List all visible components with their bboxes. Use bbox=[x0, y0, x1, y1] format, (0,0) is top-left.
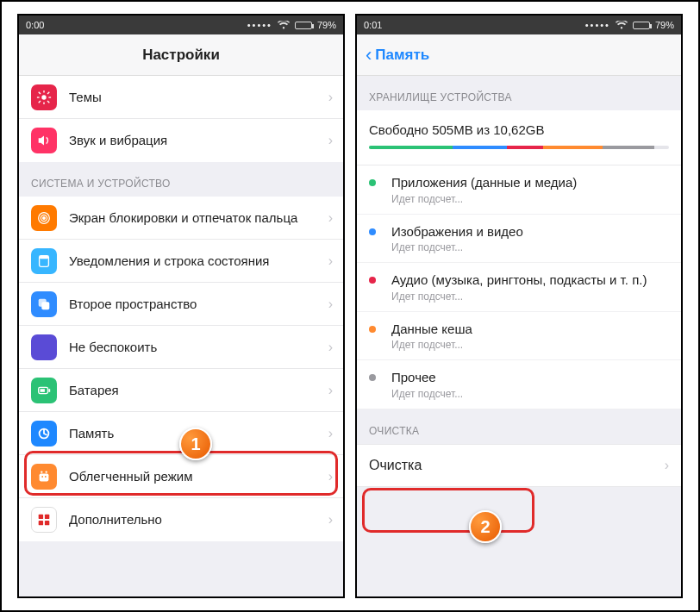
category-status: Идет подсчет... bbox=[391, 241, 669, 253]
progress-segment bbox=[453, 146, 507, 149]
row-label: Память bbox=[69, 425, 328, 442]
chevron-right-icon: › bbox=[328, 133, 333, 148]
row-battery[interactable]: Батарея › bbox=[19, 369, 343, 412]
storage-category-row[interactable]: Приложения (данные и медиа)Идет подсчет.… bbox=[357, 165, 681, 215]
chevron-right-icon: › bbox=[328, 210, 333, 226]
progress-segment bbox=[603, 146, 653, 149]
row-lockscreen[interactable]: Экран блокировки и отпечаток пальца › bbox=[19, 197, 343, 240]
row-more[interactable]: Дополнительно › bbox=[19, 498, 343, 541]
battery-icon bbox=[633, 22, 650, 29]
chevron-right-icon: › bbox=[328, 90, 333, 105]
cleanup-label: Очистка bbox=[369, 458, 665, 473]
battery-settings-icon bbox=[31, 378, 57, 403]
svg-rect-18 bbox=[41, 389, 45, 392]
chevron-right-icon: › bbox=[328, 297, 333, 312]
row-sound[interactable]: Звук и вибрация › bbox=[19, 119, 343, 162]
row-memory[interactable]: Память › bbox=[19, 412, 343, 455]
signal-dots-icon: ••••• bbox=[585, 20, 610, 30]
svg-line-7 bbox=[39, 101, 41, 103]
svg-rect-20 bbox=[40, 473, 49, 481]
chevron-right-icon: › bbox=[328, 469, 333, 484]
row-label: Дополнительно bbox=[69, 511, 328, 528]
category-name: Прочее bbox=[391, 369, 669, 386]
progress-segment bbox=[369, 146, 453, 149]
wifi-icon bbox=[278, 21, 290, 29]
battery-percent: 79% bbox=[317, 20, 336, 30]
phone-settings: 0:00 ••••• 79% Настройки Темы › bbox=[17, 14, 345, 598]
chevron-right-icon: › bbox=[665, 458, 669, 473]
row-lite-mode[interactable]: Облегченный режим › bbox=[19, 455, 343, 498]
more-settings-icon bbox=[31, 507, 57, 533]
section-system-label: СИСТЕМА И УСТРОЙСТВО bbox=[19, 162, 343, 197]
row-dnd[interactable]: Не беспокоить › bbox=[19, 326, 343, 369]
wifi-icon bbox=[616, 21, 628, 29]
category-dot-icon bbox=[369, 326, 376, 333]
svg-rect-13 bbox=[40, 255, 49, 259]
row-label: Уведомления и строка состояния bbox=[69, 249, 328, 273]
category-dot-icon bbox=[369, 277, 376, 284]
storage-category-row[interactable]: Изображения и видеоИдет подсчет... bbox=[357, 215, 681, 264]
row-cleanup[interactable]: Очистка › bbox=[357, 444, 681, 487]
category-name: Изображения и видео bbox=[391, 223, 669, 240]
row-label: Экран блокировки и отпечаток пальца bbox=[69, 206, 328, 230]
settings-group-personal: Темы › Звук и вибрация › bbox=[19, 76, 343, 162]
category-name: Данные кеша bbox=[391, 321, 669, 338]
chevron-left-icon: ‹ bbox=[366, 46, 372, 65]
notifications-icon bbox=[31, 248, 57, 274]
second-space-icon bbox=[31, 291, 57, 317]
svg-point-21 bbox=[41, 471, 42, 472]
svg-point-11 bbox=[43, 216, 46, 219]
status-time: 0:01 bbox=[364, 20, 382, 30]
svg-rect-15 bbox=[41, 302, 49, 309]
svg-rect-25 bbox=[39, 515, 43, 519]
status-time: 0:00 bbox=[26, 20, 44, 30]
chevron-right-icon: › bbox=[328, 512, 333, 528]
sound-icon bbox=[31, 128, 57, 153]
fingerprint-icon bbox=[31, 205, 57, 231]
storage-progress-bar bbox=[369, 146, 669, 149]
chevron-right-icon: › bbox=[328, 426, 333, 441]
svg-point-22 bbox=[46, 471, 47, 472]
storage-free-text: Свободно 505MB из 10,62GB bbox=[369, 122, 669, 137]
phone-memory: 0:01 ••••• 79% ‹ Память ХРАНИЛИЩЕ УСТРОЙ… bbox=[355, 14, 683, 598]
storage-categories: Приложения (данные и медиа)Идет подсчет.… bbox=[357, 165, 681, 409]
themes-icon bbox=[31, 84, 57, 110]
header: ‹ Память bbox=[357, 34, 681, 76]
storage-category-row[interactable]: Данные кешаИдет подсчет... bbox=[357, 312, 681, 361]
row-label: Облегченный режим bbox=[69, 468, 328, 485]
svg-point-24 bbox=[45, 476, 47, 478]
settings-content: Темы › Звук и вибрация › СИСТЕМА И УСТРО… bbox=[19, 76, 343, 596]
category-dot-icon bbox=[369, 228, 376, 235]
storage-category-row[interactable]: ПрочееИдет подсчет... bbox=[357, 360, 681, 409]
category-name: Аудио (музыка, рингтоны, подкасты и т. п… bbox=[391, 272, 669, 289]
signal-dots-icon: ••••• bbox=[247, 20, 272, 30]
back-label: Память bbox=[375, 47, 429, 64]
svg-point-23 bbox=[41, 476, 43, 478]
settings-group-system: Экран блокировки и отпечаток пальца › Ув… bbox=[19, 197, 343, 541]
chevron-right-icon: › bbox=[328, 340, 333, 355]
chevron-right-icon: › bbox=[328, 383, 333, 398]
svg-point-0 bbox=[41, 95, 46, 99]
svg-rect-28 bbox=[45, 521, 49, 525]
row-label: Батарея bbox=[69, 382, 328, 399]
row-label: Второе пространство bbox=[69, 296, 328, 313]
category-status: Идет подсчет... bbox=[391, 193, 669, 205]
storage-category-row[interactable]: Аудио (музыка, рингтоны, подкасты и т. п… bbox=[357, 263, 681, 312]
category-status: Идет подсчет... bbox=[391, 290, 669, 303]
dnd-icon bbox=[31, 334, 57, 360]
row-second-space[interactable]: Второе пространство › bbox=[19, 283, 343, 326]
row-themes[interactable]: Темы › bbox=[19, 76, 343, 119]
row-notifications[interactable]: Уведомления и строка состояния › bbox=[19, 240, 343, 283]
memory-icon bbox=[31, 421, 57, 447]
storage-summary: Свободно 505MB из 10,62GB bbox=[357, 110, 681, 165]
category-dot-icon bbox=[369, 179, 376, 186]
svg-line-5 bbox=[39, 91, 41, 93]
row-label: Не беспокоить bbox=[69, 339, 328, 356]
back-button[interactable]: ‹ Память bbox=[366, 34, 429, 75]
header: Настройки bbox=[19, 34, 343, 76]
svg-rect-27 bbox=[39, 521, 43, 525]
section-storage-label: ХРАНИЛИЩЕ УСТРОЙСТВА bbox=[357, 76, 681, 110]
svg-rect-17 bbox=[48, 389, 50, 392]
category-status: Идет подсчет... bbox=[391, 339, 669, 351]
memory-content: ХРАНИЛИЩЕ УСТРОЙСТВА Свободно 505MB из 1… bbox=[357, 76, 681, 596]
